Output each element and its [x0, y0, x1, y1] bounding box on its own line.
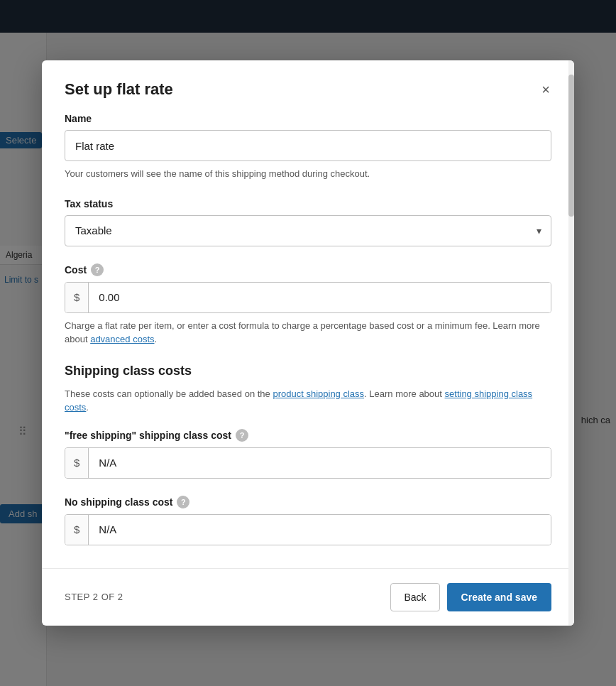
- product-shipping-class-link[interactable]: product shipping class: [273, 388, 364, 399]
- shipping-class-section: Shipping class costs These costs can opt…: [65, 364, 551, 545]
- free-shipping-label-row: "free shipping" shipping class cost ?: [65, 429, 551, 442]
- cost-help-icon[interactable]: ?: [91, 263, 104, 276]
- modal-header: Set up flat rate ×: [42, 60, 574, 113]
- name-form-group: Name Your customers will see the name of…: [65, 113, 551, 181]
- scrollbar-track: [568, 60, 574, 626]
- desc-end: .: [86, 402, 89, 413]
- cost-form-group: Cost ? $ Charge a flat rate per item, or…: [65, 263, 551, 347]
- tax-status-label: Tax status: [65, 198, 551, 209]
- tax-status-select-wrapper: Taxable None ▾: [65, 215, 551, 246]
- cost-input-wrapper: $: [65, 282, 551, 313]
- name-input[interactable]: [65, 130, 551, 161]
- scrollbar-thumb[interactable]: [568, 75, 574, 217]
- free-shipping-help-icon[interactable]: ?: [236, 429, 248, 442]
- create-and-save-button[interactable]: Create and save: [447, 583, 551, 611]
- modal-footer: STEP 2 OF 2 Back Create and save: [42, 568, 574, 626]
- no-shipping-form-group: No shipping class cost ? $: [65, 496, 551, 545]
- back-button[interactable]: Back: [390, 583, 439, 611]
- free-shipping-prefix: $: [65, 448, 89, 478]
- cost-hint-end: .: [155, 334, 158, 344]
- free-shipping-label: "free shipping" shipping class cost: [65, 430, 231, 441]
- modal-overlay: Set up flat rate × Name Your customers w…: [0, 0, 616, 686]
- cost-input[interactable]: [89, 283, 551, 312]
- free-shipping-input-wrapper: $: [65, 447, 551, 479]
- free-shipping-input[interactable]: [89, 448, 551, 478]
- shipping-class-description: These costs can optionally be added base…: [65, 387, 551, 415]
- no-shipping-prefix: $: [65, 515, 89, 545]
- no-shipping-label-row: No shipping class cost ?: [65, 496, 551, 508]
- no-shipping-label: No shipping class cost: [65, 496, 172, 508]
- no-shipping-help-icon[interactable]: ?: [177, 496, 189, 508]
- name-label: Name: [65, 113, 551, 124]
- modal-title: Set up flat rate: [65, 80, 173, 99]
- no-shipping-input-wrapper: $: [65, 514, 551, 545]
- cost-prefix: $: [65, 283, 89, 312]
- no-shipping-input[interactable]: [89, 515, 551, 545]
- modal-close-button[interactable]: ×: [540, 81, 551, 98]
- free-shipping-form-group: "free shipping" shipping class cost ? $: [65, 429, 551, 479]
- cost-label-row: Cost ?: [65, 263, 551, 276]
- name-hint: Your customers will see the name of this…: [65, 167, 551, 181]
- cost-label: Cost: [65, 264, 87, 276]
- tax-status-select[interactable]: Taxable None: [65, 215, 551, 246]
- footer-buttons: Back Create and save: [390, 583, 551, 611]
- cost-hint: Charge a flat rate per item, or enter a …: [65, 319, 551, 347]
- advanced-costs-link[interactable]: advanced costs: [90, 334, 154, 344]
- desc-start: These costs can optionally be added base…: [65, 388, 273, 399]
- modal-body: Name Your customers will see the name of…: [42, 113, 574, 562]
- desc-middle: . Learn more about: [364, 388, 444, 399]
- modal-dialog: Set up flat rate × Name Your customers w…: [42, 60, 574, 626]
- tax-status-form-group: Tax status Taxable None ▾: [65, 198, 551, 246]
- shipping-class-title: Shipping class costs: [65, 364, 551, 379]
- step-indicator: STEP 2 OF 2: [65, 592, 123, 602]
